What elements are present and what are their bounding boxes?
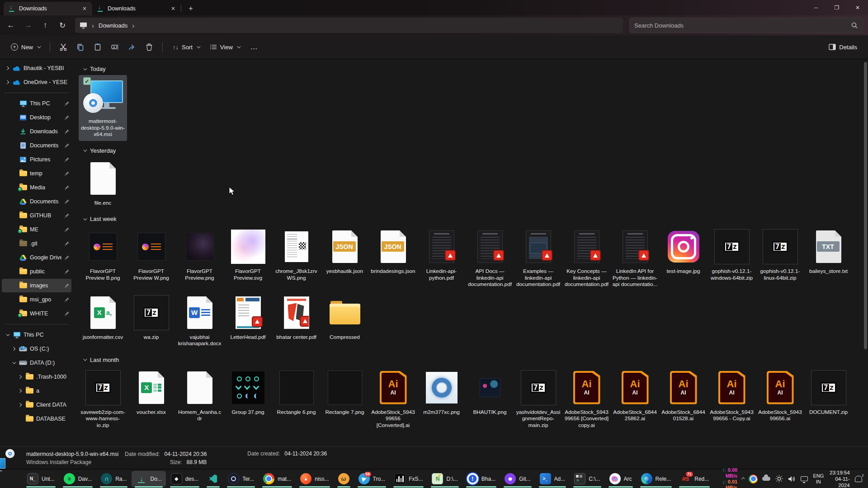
file-item[interactable]: Xa,jsonformatter.csv: [79, 291, 127, 344]
file-item[interactable]: AiAIAdobeStock_594399656 [Converted].ai: [369, 366, 417, 432]
restore-button[interactable]: ❐: [826, 0, 847, 15]
scrollbar-thumb[interactable]: [864, 62, 867, 349]
file-item[interactable]: FlavorGPT Preview B.png: [79, 225, 127, 284]
sidebar-item-desktop[interactable]: Desktop: [2, 111, 71, 124]
tab-close-icon[interactable]: ✕: [80, 5, 89, 13]
file-item[interactable]: FlavorGPT Preview.svg: [224, 225, 272, 284]
sidebar-item-white[interactable]: ↻WHITE: [2, 307, 71, 320]
file-item[interactable]: Examples — linkedin-api documentation.pd…: [514, 225, 562, 291]
forward-button[interactable]: →: [20, 18, 36, 33]
minimize-button[interactable]: ─: [806, 0, 826, 15]
rename-button[interactable]: A: [107, 39, 123, 55]
sidebar-item-documents[interactable]: Documents: [2, 139, 71, 152]
sidebar-item-images[interactable]: images: [2, 279, 71, 292]
sidebar-item-temp[interactable]: temp: [2, 167, 71, 180]
file-item[interactable]: Rectangle 6.png: [272, 366, 321, 419]
taskbar-item-file-explorer-downloads[interactable]: ↓Do...: [132, 471, 165, 487]
sidebar-item-downloads[interactable]: Downloads: [2, 125, 71, 138]
chevron-right-icon[interactable]: [5, 66, 9, 70]
taskbar-item-arc-browser[interactable]: Arc: [605, 471, 636, 487]
close-button[interactable]: ✕: [847, 0, 868, 15]
file-item[interactable]: AiAIAdobeStock_684401528.ai: [659, 366, 708, 425]
back-button[interactable]: ←: [3, 18, 19, 33]
taskbar-item-edge[interactable]: Rele...: [637, 471, 675, 487]
taskbar-item-brave[interactable]: ▲niss...: [296, 471, 333, 487]
sidebar-item-os-c-[interactable]: OS (C:): [2, 342, 71, 356]
file-item[interactable]: AiAIAdobeStock_684425862.ai: [611, 366, 659, 425]
clock[interactable]: 23:19:54 04-11-2024: [828, 469, 850, 488]
taskbar-item-chrome[interactable]: mat...: [259, 471, 295, 487]
taskbar-item-cmd[interactable]: >C:\...: [570, 471, 604, 487]
sidebar-item-a[interactable]: a: [2, 384, 71, 398]
sidebar-item-media[interactable]: ↻Media: [2, 181, 71, 194]
sidebar-item-database[interactable]: DATABASE: [2, 412, 71, 426]
volume-icon[interactable]: [788, 474, 796, 484]
taskbar-item-vscode[interactable]: [203, 471, 223, 487]
file-item[interactable]: 7zgophish-v0.12.1-windows-64bit.zip: [708, 225, 756, 284]
sidebar-item-documents[interactable]: Documents: [2, 195, 71, 208]
group-collapse-chevron-icon[interactable]: [83, 216, 87, 220]
taskbar-item-github-desktop[interactable]: ☻Git...: [500, 471, 534, 487]
file-item[interactable]: TXTbaileys_store.txt: [804, 225, 853, 278]
brightness-icon[interactable]: [775, 474, 783, 484]
sidebar-item-client-data[interactable]: Client DATA: [2, 398, 71, 412]
notification-bell-icon[interactable]: [854, 474, 863, 484]
file-item[interactable]: 7zwa.zip: [127, 291, 175, 344]
sidebar-item-bhautik-yesbi[interactable]: Bhautik - YESBI: [2, 61, 71, 75]
file-item[interactable]: chrome_J8sk1zrvWS.png: [272, 225, 321, 284]
taskbar-item-notepad-plus-plus[interactable]: ND:\...: [428, 471, 462, 487]
file-item[interactable]: test-image.jpg: [659, 225, 708, 278]
file-item[interactable]: AiAIAdobeStock_594399656 [Converted] cop…: [562, 366, 611, 432]
sidebar-item-pictures[interactable]: Pictures: [2, 153, 71, 166]
sidebar-item-google-drive[interactable]: Google Drive: [2, 251, 71, 264]
taskbar-item-onepassword[interactable]: !Bha...: [463, 471, 500, 487]
file-item[interactable]: Key Concepts — linkedin-api documentatio…: [562, 225, 611, 291]
file-item[interactable]: FlavorGPT Preview W.png: [127, 225, 175, 284]
sidebar-item-me[interactable]: ↻ME: [2, 223, 71, 236]
sidebar-item-this-pc[interactable]: This PC: [2, 97, 71, 110]
taskbar-item-start-button[interactable]: [3, 471, 22, 487]
details-button[interactable]: Details: [824, 39, 862, 55]
taskbar-item-spotify[interactable]: ≡Dav...: [60, 471, 96, 487]
taskbar-item-discord[interactable]: ω: [334, 471, 354, 487]
sort-button[interactable]: ↑↓ Sort: [168, 39, 204, 55]
sidebar-item-msi-gpo[interactable]: msi_gpo: [2, 293, 71, 306]
chevron-down-icon[interactable]: [6, 332, 9, 336]
view-button[interactable]: View: [206, 39, 244, 55]
file-item[interactable]: AiAIAdobeStock_594399656 - Copy.ai: [708, 366, 756, 425]
tab-downloads-inactive[interactable]: Downloads ✕: [92, 2, 181, 15]
chrome-tray-icon[interactable]: [749, 474, 758, 483]
taskbar-item-audio-app[interactable]: ∩Ra...: [97, 471, 131, 487]
hidden-icons-chevron[interactable]: [741, 477, 745, 481]
breadcrumb-downloads[interactable]: Downloads: [99, 22, 127, 29]
address-bar[interactable]: › Downloads ›: [75, 18, 623, 33]
file-item[interactable]: Homem_Aranha.cdr: [175, 366, 224, 425]
file-item[interactable]: AiAIAdobeStock_594399656.ai: [756, 366, 804, 425]
file-item[interactable]: API Docs — linkedin-api documentation.pd…: [466, 225, 514, 291]
new-tab-button[interactable]: +: [185, 3, 197, 14]
tab-close-icon[interactable]: ✕: [169, 5, 177, 13]
sidebar-item-data-d-[interactable]: DATA (D:): [2, 356, 71, 370]
chevron-right-icon[interactable]: [18, 375, 22, 379]
share-button[interactable]: [124, 39, 140, 55]
group-collapse-chevron-icon[interactable]: [83, 357, 87, 361]
chevron-right-icon[interactable]: [12, 347, 15, 351]
chevron-down-icon[interactable]: [12, 360, 16, 364]
group-header-yesterday[interactable]: Yesterday: [79, 145, 862, 157]
sidebar-item-public[interactable]: public: [2, 265, 71, 278]
copy-button[interactable]: [73, 39, 88, 55]
sidebar-item--trash-1000[interactable]: .Trash-1000: [2, 370, 71, 384]
new-button[interactable]: + New: [6, 39, 44, 55]
file-item[interactable]: 7zyashvidotdev_AssignmentRepo-main.zip: [514, 366, 562, 432]
refresh-button[interactable]: ↻: [54, 18, 71, 33]
file-item[interactable]: Rectangle 7.png: [321, 366, 369, 419]
sidebar-item-github[interactable]: GITHUB: [2, 209, 71, 222]
more-options-button[interactable]: …: [246, 39, 263, 55]
taskbar-item-3d-app[interactable]: ◆des...: [167, 471, 203, 487]
taskbar-item-redstream[interactable]: RSRed...71: [676, 471, 713, 487]
sidebar-item-this-pc[interactable]: This PC: [2, 328, 71, 342]
sidebar-item-onedrive-yese[interactable]: OneDrive - YESE: [2, 75, 71, 89]
file-item[interactable]: Xvoucher.xlsx: [127, 366, 175, 419]
file-item[interactable]: m2m377xc.png: [417, 366, 466, 419]
file-item[interactable]: Group 37.png: [224, 366, 272, 419]
